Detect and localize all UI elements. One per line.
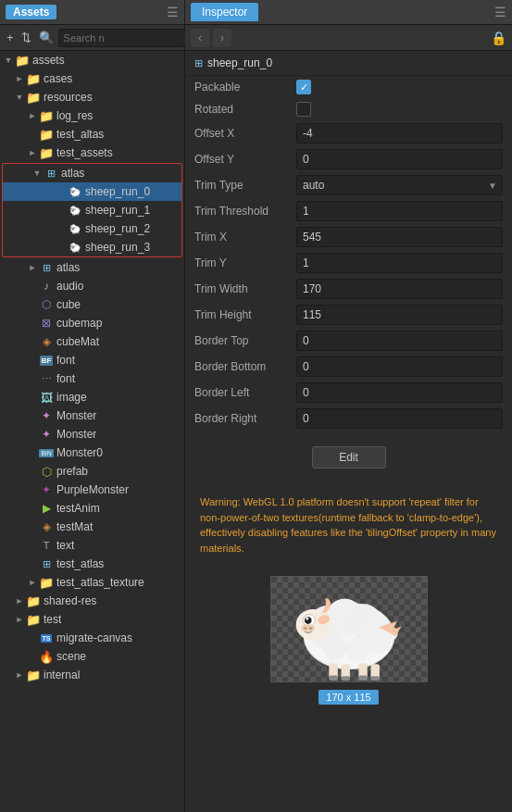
font-dot-icon: ⋯ (39, 371, 54, 386)
arrow-atlas: ▼ (31, 169, 44, 178)
folder-icon-assets: 📁 (15, 53, 30, 68)
tree-item-sheep_run_2[interactable]: 🐑 sheep_run_2 (3, 219, 181, 238)
prop-border-top: Border Top (185, 328, 512, 354)
svg-rect-23 (358, 675, 367, 681)
trim-y-input[interactable] (296, 253, 503, 273)
border-left-input[interactable] (296, 382, 503, 403)
tree-item-sheep_run_0[interactable]: 🐑 sheep_run_0 (3, 182, 181, 201)
trim-width-input[interactable] (296, 279, 503, 299)
packable-checkbox[interactable] (296, 80, 311, 94)
rotated-checkbox[interactable] (296, 102, 311, 117)
arrow-test_assets: ► (26, 148, 39, 157)
tree-item-testAnim[interactable]: ▶ testAnim (0, 499, 184, 518)
tree-item-image[interactable]: 🖼 image (0, 388, 184, 406)
trim-type-select[interactable]: auto none custom (296, 175, 503, 195)
back-button[interactable]: ‹ (191, 29, 209, 47)
tree-item-shared-res[interactable]: ► 📁 shared-res (0, 592, 184, 610)
search-input[interactable] (58, 29, 197, 47)
arrow-log_res: ► (26, 111, 39, 120)
cubemap-icon: ⊠ (39, 316, 54, 331)
label-trim-type: Trim Type (194, 179, 296, 192)
text-icon: T (39, 538, 54, 553)
label-testMat: testMat (56, 520, 93, 533)
tree-item-PurpleMonster[interactable]: ✦ PurpleMonster (0, 481, 184, 499)
svg-point-14 (304, 627, 307, 630)
tree-item-audio[interactable]: ♪ audio (0, 277, 184, 295)
folder-icon-test_atlas_texture: 📁 (39, 575, 54, 590)
inspector-menu-icon[interactable]: ☰ (494, 5, 506, 19)
label-Monster0: Monster0 (56, 446, 103, 459)
label-font-bf: font (56, 354, 75, 367)
right-nav: ‹ › 🔒 (185, 25, 512, 51)
offset-x-input[interactable] (296, 123, 503, 144)
tree-item-test_altas[interactable]: 📁 test_altas (0, 125, 184, 144)
testanim-icon: ▶ (39, 501, 54, 516)
assets-tab[interactable]: Assets (6, 5, 56, 19)
value-trim-threshold (296, 201, 503, 221)
svg-rect-21 (329, 675, 337, 681)
atlas-icon: ⊞ (44, 166, 58, 181)
tree-item-atlas2[interactable]: ► ⊞ atlas (0, 258, 184, 277)
tree-item-test_atlas2[interactable]: ⊞ test_atlas (0, 555, 184, 573)
trim-x-input[interactable] (296, 227, 503, 247)
sort-button[interactable]: ⇅ (19, 29, 34, 46)
svg-rect-22 (341, 676, 349, 681)
tree-item-font-bf[interactable]: BF font (0, 351, 184, 369)
offset-y-input[interactable] (296, 149, 503, 169)
tree-item-testMat[interactable]: ◈ testMat (0, 518, 184, 536)
border-right-input[interactable] (296, 408, 503, 429)
sheep-icon-0: 🐑 (68, 184, 82, 199)
tree-item-migrate-canvas[interactable]: TS migrate-canvas (0, 629, 184, 647)
left-panel: Assets ☰ + ⇅ 🔍 ⊞ ↺ ▼ 📁 assets ► 📁 cases … (0, 0, 185, 812)
prop-rotated: Rotated (185, 98, 512, 120)
tree-item-test[interactable]: ► 📁 test (0, 610, 184, 629)
tree-item-text[interactable]: T text (0, 536, 184, 555)
label-sheep_run_3: sheep_run_3 (85, 241, 150, 254)
border-bottom-input[interactable] (296, 356, 503, 377)
label-rotated: Rotated (194, 103, 296, 116)
tree-item-assets[interactable]: ▼ 📁 assets (0, 51, 184, 69)
trim-threshold-input[interactable] (296, 201, 503, 221)
value-trim-y (296, 253, 503, 273)
lock-icon[interactable]: 🔒 (491, 31, 506, 45)
tree-item-sheep_run_3[interactable]: 🐑 sheep_run_3 (3, 238, 181, 256)
tree-item-atlas[interactable]: ▼ ⊞ atlas (3, 164, 181, 182)
testmat-icon: ◈ (39, 519, 54, 534)
tree-item-sheep_run_1[interactable]: 🐑 sheep_run_1 (3, 201, 181, 219)
label-prefab: prefab (56, 465, 88, 478)
tree-item-cases[interactable]: ► 📁 cases (0, 69, 184, 88)
tree-item-Monster2[interactable]: ✦ Monster (0, 425, 184, 443)
label-log_res: log_res (56, 109, 93, 122)
menu-icon[interactable]: ☰ (167, 5, 179, 19)
border-top-input[interactable] (296, 331, 503, 351)
edit-button[interactable]: Edit (312, 446, 386, 468)
label-PurpleMonster: PurpleMonster (56, 483, 129, 496)
prop-trim-width: Trim Width (185, 276, 512, 302)
tree-item-test_atlas_texture[interactable]: ► 📁 test_atlas_texture (0, 573, 184, 592)
tree-item-resources[interactable]: ▼ 📁 resources (0, 88, 184, 106)
prop-trim-type: Trim Type auto none custom ▼ (185, 172, 512, 198)
add-button[interactable]: + (4, 29, 17, 46)
tree-item-log_res[interactable]: ► 📁 log_res (0, 106, 184, 125)
trim-height-input[interactable] (296, 305, 503, 325)
label-scene: scene (56, 650, 86, 663)
tree-item-Monster[interactable]: ✦ Monster (0, 406, 184, 425)
tree-item-Monster0[interactable]: BIN Monster0 (0, 443, 184, 462)
tree-item-cubeMat[interactable]: ◈ cubeMat (0, 332, 184, 351)
tree-item-prefab[interactable]: ⬡ prefab (0, 462, 184, 481)
tree-item-cubemap[interactable]: ⊠ cubemap (0, 314, 184, 332)
tree-item-cube[interactable]: ⬡ cube (0, 295, 184, 314)
value-trim-height (296, 305, 503, 325)
label-packable: Packable (194, 81, 296, 94)
prop-offset-x: Offset X (185, 120, 512, 146)
forward-button[interactable]: › (213, 29, 231, 47)
folder-icon-test_altas: 📁 (39, 127, 54, 142)
tree-item-scene[interactable]: 🔥 scene (0, 647, 184, 666)
inspector-tab[interactable]: Inspector (191, 3, 258, 21)
search-button[interactable]: 🔍 (36, 29, 56, 46)
tree-item-internal[interactable]: ► 📁 internal (0, 666, 184, 684)
label-shared-res: shared-res (44, 594, 96, 607)
label-sheep_run_0: sheep_run_0 (85, 185, 150, 198)
tree-item-font-dot[interactable]: ⋯ font (0, 369, 184, 388)
tree-item-test_assets[interactable]: ► 📁 test_assets (0, 144, 184, 162)
